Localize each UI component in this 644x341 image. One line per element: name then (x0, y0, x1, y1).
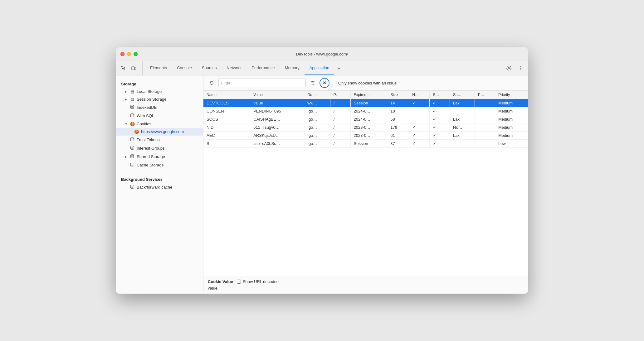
more-tabs-button[interactable]: » (334, 61, 343, 75)
show-decoded-checkbox[interactable] (237, 280, 241, 284)
col-path[interactable]: P… (330, 91, 350, 99)
cell-expires: Session (350, 99, 387, 107)
cell-name: NID (203, 123, 250, 132)
traffic-lights (120, 52, 138, 56)
sidebar-item-interest-groups[interactable]: Interest Groups (116, 144, 203, 152)
indexeddb-icon (130, 105, 135, 110)
table-row[interactable]: SOCS CAISHAgBE… .go… / 2024-0… 58 ✓ Lax … (203, 115, 528, 123)
cell-httponly: ✓ (409, 140, 430, 148)
col-samesite[interactable]: Sa… (450, 91, 475, 99)
background-services-title: Background Services (116, 175, 203, 183)
sidebar-item-back-forward-cache[interactable]: Back/forward cache (116, 183, 203, 191)
inspect-icon[interactable] (119, 64, 128, 73)
toolbar: Elements Console Sources Network Perform… (116, 61, 528, 75)
sidebar-item-session-storage[interactable]: ▶ ▤ Session Storage (116, 95, 203, 103)
only-issues-label[interactable]: Only show cookies with an issue (332, 81, 397, 85)
col-domain[interactable]: Do… (304, 91, 330, 99)
table-row[interactable]: DEVTOOLS! value ww… / Session 14 ✓ ✓ Lax… (203, 99, 528, 107)
col-size[interactable]: Size (387, 91, 409, 99)
cookie-panel: ✕ Only show cookies with an issue Name V… (203, 75, 528, 294)
sidebar-item-cookies[interactable]: ▼ 🍪 Cookies (116, 120, 203, 128)
cell-samesite: No… (450, 123, 475, 132)
tab-memory[interactable]: Memory (280, 61, 305, 75)
cell-samesite: Lax (450, 115, 475, 123)
cell-size: 61 (387, 132, 409, 140)
svg-rect-0 (132, 67, 134, 70)
session-storage-icon: ▤ (130, 97, 135, 102)
settings-icon[interactable] (504, 64, 514, 73)
cell-samesite (450, 107, 475, 115)
table-row[interactable]: AEC ARSKqsJsU… .go… / 2023-0… 61 ✓ ✓ Lax… (203, 132, 528, 140)
sidebar-item-shared-storage[interactable]: ▶ Shared Storage (116, 152, 203, 161)
sidebar-item-indexeddb[interactable]: IndexedDB (116, 103, 203, 112)
svg-point-11 (131, 163, 134, 164)
sidebar-item-google-cookies[interactable]: 🍪 https://www.google.com (116, 128, 203, 136)
table-row[interactable]: S sso=sA0bSc… .go… / Session 37 ✓ ✓ Low (203, 140, 528, 148)
col-httponly[interactable]: H… (409, 91, 430, 99)
filter-input[interactable] (218, 79, 306, 87)
table-row[interactable]: NID 511=Tsugv0… .go… / 2023-0… 178 ✓ ✓ N… (203, 123, 528, 132)
tab-network[interactable]: Network (222, 61, 247, 75)
tab-application[interactable]: Application (305, 61, 334, 75)
sidebar-item-cache-storage[interactable]: Cache Storage (116, 161, 203, 169)
sidebar-item-web-sql[interactable]: Web SQL (116, 112, 203, 120)
cell-priority: Medium (495, 107, 528, 115)
cell-path: / (330, 115, 350, 123)
filter-settings-button[interactable] (308, 79, 317, 87)
svg-point-16 (312, 81, 313, 82)
table-row[interactable]: CONSENT PENDING+095 .go… / 2024-0… 18 ✓ … (203, 107, 528, 115)
cell-secure: ✓ (430, 107, 450, 115)
cell-value: value (250, 99, 304, 107)
cell-value: ARSKqsJsU… (250, 132, 304, 140)
cell-path: / (330, 107, 350, 115)
cell-httponly (409, 115, 430, 123)
refresh-button[interactable] (207, 79, 216, 87)
col-secure[interactable]: S… (430, 91, 450, 99)
svg-point-9 (131, 146, 134, 147)
cell-secure: ✓ (430, 140, 450, 148)
sidebar-item-local-storage[interactable]: ▶ ▤ Local Storage (116, 88, 203, 95)
cell-p (475, 115, 495, 123)
cell-expires: 2024-0… (350, 107, 387, 115)
sidebar-item-trust-tokens[interactable]: Trust Tokens (116, 136, 203, 144)
cell-samesite (450, 140, 475, 148)
close-button[interactable] (120, 52, 124, 56)
col-priority[interactable]: Priority (495, 91, 528, 99)
cell-domain: .go… (304, 107, 330, 115)
clear-button[interactable]: ✕ (320, 78, 329, 88)
cell-path: / (330, 99, 350, 107)
show-decoded-label[interactable]: Show URL decoded (237, 279, 279, 284)
cell-secure: ✓ (430, 99, 450, 107)
cell-path: / (330, 123, 350, 132)
cell-p (475, 132, 495, 140)
cell-httponly: ✓ (409, 123, 430, 132)
window-title: DevTools - www.google.com/ (296, 52, 348, 56)
maximize-button[interactable] (134, 52, 138, 56)
tab-sources[interactable]: Sources (197, 61, 222, 75)
only-issues-checkbox[interactable] (332, 81, 336, 85)
cell-secure: ✓ (430, 123, 450, 132)
svg-point-4 (520, 68, 521, 69)
cell-path: / (330, 140, 350, 148)
cell-value: PENDING+095 (250, 107, 304, 115)
cookies-icon: 🍪 (130, 122, 135, 126)
cookie-table-wrapper[interactable]: Name Value Do… P… Expires… Size H… S… Sa… (203, 91, 528, 276)
col-name[interactable]: Name (203, 91, 250, 99)
device-toolbar-icon[interactable] (129, 64, 139, 73)
minimize-button[interactable] (127, 52, 131, 56)
svg-point-5 (520, 69, 521, 70)
tab-console[interactable]: Console (172, 61, 197, 75)
title-bar: DevTools - www.google.com/ (116, 47, 528, 61)
cell-secure: ✓ (430, 132, 450, 140)
more-options-icon[interactable] (516, 64, 525, 73)
col-value[interactable]: Value (250, 91, 304, 99)
cell-expires: 2024-0… (350, 115, 387, 123)
cell-size: 18 (387, 107, 409, 115)
tab-elements[interactable]: Elements (145, 61, 172, 75)
cell-domain: .go… (304, 115, 330, 123)
col-expires[interactable]: Expires… (350, 91, 387, 99)
main-content: Storage ▶ ▤ Local Storage ▶ ▤ Session St… (116, 75, 528, 294)
cookie-value-text: value (208, 286, 524, 291)
tab-performance[interactable]: Performance (246, 61, 280, 75)
col-p[interactable]: P… (475, 91, 495, 99)
